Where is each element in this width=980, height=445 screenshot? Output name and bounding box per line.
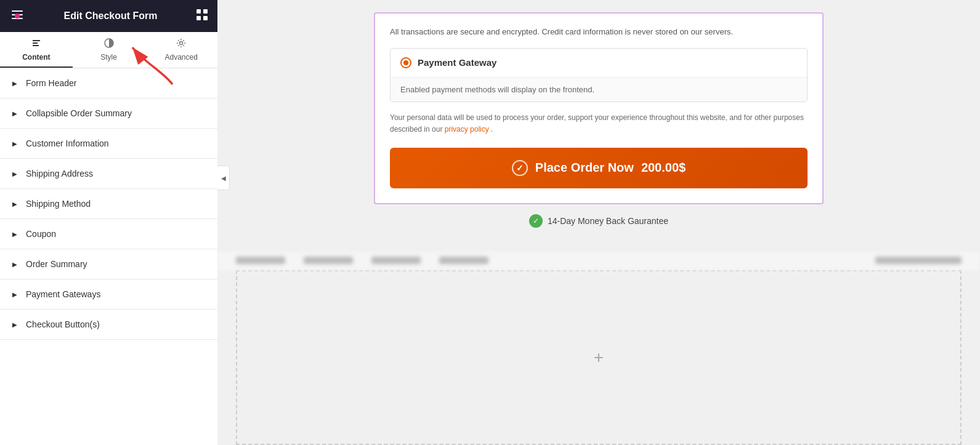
svg-rect-0	[12, 10, 23, 12]
svg-rect-3	[196, 9, 201, 14]
collapse-handle[interactable]: ◀	[217, 166, 230, 190]
tab-style-label: Style	[100, 53, 117, 62]
menu-item-checkout-buttons[interactable]: ▶ Checkout Button(s)	[0, 310, 217, 340]
payment-gateway-header[interactable]: Payment Gateway	[391, 49, 807, 77]
chevron-icon: ▶	[12, 140, 17, 147]
menu-item-collapsible-order-summary[interactable]: ▶ Collapsible Order Summary	[0, 98, 217, 129]
menu-item-form-header[interactable]: ▶ Form Header	[0, 68, 217, 98]
menu-item-coupon[interactable]: ▶ Coupon	[0, 219, 217, 249]
blurred-item-3	[371, 257, 421, 264]
header-icons	[196, 9, 208, 23]
sidebar: Edit Checkout Form Content	[0, 0, 217, 445]
chevron-icon: ▶	[12, 321, 17, 328]
blurred-items	[236, 257, 488, 264]
money-back-text: 14-Day Money Back Gaurantee	[548, 216, 668, 226]
menu-label-shipping-method: Shipping Method	[26, 199, 91, 209]
security-text: All transactions are secure and encrypte…	[390, 26, 808, 38]
money-back-area: ✓ 14-Day Money Back Gaurantee	[374, 204, 824, 238]
blurred-footer-bar	[217, 250, 980, 270]
add-section-area[interactable]: +	[236, 270, 962, 445]
add-section-icon[interactable]: +	[594, 348, 604, 367]
payment-gateway-body: Enabled payment methods will display on …	[391, 77, 807, 102]
place-order-amount: 200.00$	[641, 161, 686, 175]
menu-label-payment-gateways: Payment Gateways	[26, 289, 100, 299]
checkout-area: All transactions are secure and encrypte…	[217, 0, 980, 250]
tab-style[interactable]: Style	[73, 32, 145, 68]
menu-label-collapsible-order-summary: Collapsible Order Summary	[26, 108, 132, 118]
svg-point-8	[180, 42, 183, 45]
dot-indicator	[15, 14, 20, 18]
payment-gateway-box: Payment Gateway Enabled payment methods …	[390, 48, 808, 102]
menu-label-form-header: Form Header	[26, 78, 76, 88]
menu-item-order-summary[interactable]: ▶ Order Summary	[0, 249, 217, 279]
svg-rect-4	[203, 9, 208, 14]
style-icon	[104, 38, 114, 50]
blurred-right	[875, 257, 962, 264]
tab-advanced-label: Advanced	[164, 53, 197, 62]
menu-item-customer-information[interactable]: ▶ Customer Information	[0, 129, 217, 159]
money-back-icon: ✓	[529, 214, 543, 228]
privacy-link[interactable]: privacy policy	[445, 125, 489, 134]
sidebar-title: Edit Checkout Form	[63, 10, 157, 22]
sidebar-tabs: Content Style Advanced	[0, 32, 217, 68]
menu-label-checkout-buttons: Checkout Button(s)	[26, 319, 100, 329]
checkout-card: All transactions are secure and encrypte…	[374, 12, 824, 204]
menu-item-shipping-method[interactable]: ▶ Shipping Method	[0, 189, 217, 219]
chevron-icon: ▶	[12, 291, 17, 298]
menu-item-payment-gateways[interactable]: ▶ Payment Gateways	[0, 279, 217, 310]
menu-label-customer-information: Customer Information	[26, 138, 109, 148]
blurred-item-1	[236, 257, 285, 264]
privacy-text: Your personal data will be used to proce…	[390, 112, 808, 135]
svg-rect-5	[196, 16, 201, 20]
content-icon	[31, 38, 41, 50]
tab-content-label: Content	[22, 53, 50, 62]
chevron-icon: ▶	[12, 231, 17, 238]
hamburger-menu[interactable]	[10, 9, 25, 23]
privacy-period: .	[491, 125, 493, 134]
menu-item-shipping-address[interactable]: ▶ Shipping Address	[0, 159, 217, 189]
sidebar-header: Edit Checkout Form	[0, 0, 217, 32]
menu-label-order-summary: Order Summary	[26, 259, 87, 269]
tab-content[interactable]: Content	[0, 32, 73, 68]
blurred-item-2	[304, 257, 353, 264]
chevron-icon: ▶	[12, 261, 17, 268]
main-content: ◀ All transactions are secure and encryp…	[217, 0, 980, 445]
tab-advanced[interactable]: Advanced	[145, 32, 217, 68]
svg-rect-6	[203, 16, 208, 20]
payment-gateway-title: Payment Gateway	[418, 57, 496, 68]
menu-label-shipping-address: Shipping Address	[26, 169, 93, 178]
payment-body-text: Enabled payment methods will display on …	[400, 85, 594, 94]
grid-icon[interactable]	[196, 9, 208, 23]
payment-radio[interactable]	[400, 57, 411, 68]
chevron-icon: ▶	[12, 201, 17, 207]
menu-label-coupon: Coupon	[26, 229, 56, 239]
check-circle-icon: ✓	[512, 160, 528, 176]
chevron-icon: ▶	[12, 170, 17, 177]
radio-inner	[403, 60, 408, 65]
blurred-item-4	[439, 257, 488, 264]
chevron-icon: ▶	[12, 80, 17, 87]
advanced-icon	[176, 38, 186, 50]
place-order-button[interactable]: ✓ Place Order Now 200.00$	[390, 148, 808, 188]
place-order-label: Place Order Now	[535, 161, 634, 175]
chevron-icon: ▶	[12, 110, 17, 117]
sidebar-menu: ▶ Form Header ▶ Collapsible Order Summar…	[0, 68, 217, 445]
